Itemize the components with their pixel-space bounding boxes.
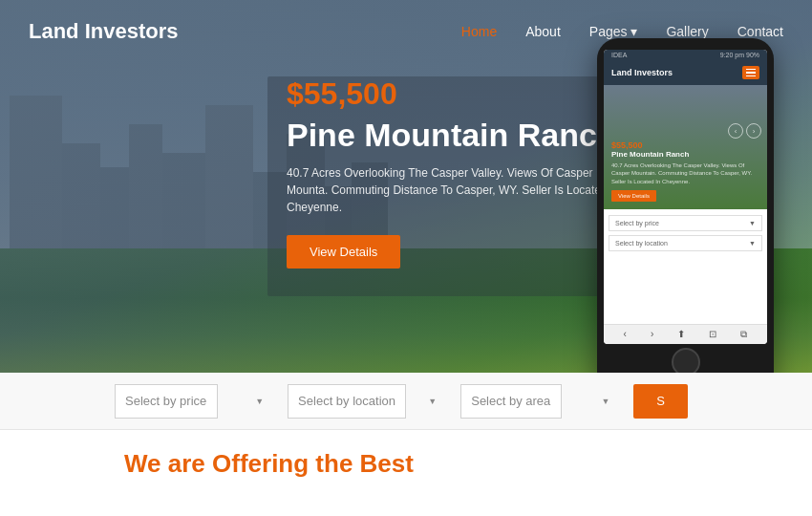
location-filter-select[interactable]: Select by location [288, 384, 406, 419]
phone-browser-bar: ‹ › ⬆ ⊡ ⧉ [604, 324, 767, 344]
phone-forward-icon[interactable]: › [651, 329, 653, 340]
bottom-heading: We are Offering the Best [124, 449, 688, 479]
nav-gallery[interactable]: Gallery [666, 24, 708, 39]
filter-search-button[interactable]: S [633, 384, 688, 419]
phone-nav-arrows: ‹ › [728, 123, 761, 139]
hero-title: Pine Mountain Ranch [287, 118, 630, 153]
hero-price: $55,500 [287, 76, 630, 112]
phone-prev-arrow[interactable]: ‹ [728, 123, 743, 139]
phone-menu-icon[interactable] [742, 66, 759, 79]
phone-select-price[interactable]: Select by price ▼ [609, 215, 762, 231]
phone-price: $55,500 [611, 140, 759, 150]
price-filter-wrap: Select by price [115, 384, 273, 419]
price-filter-select[interactable]: Select by price [115, 384, 218, 419]
phone-status-left: IDEA [611, 52, 627, 58]
phone-status-bar: IDEA 9:20 pm 90% [604, 50, 767, 60]
phone-select-location[interactable]: Select by location ▼ [609, 235, 762, 251]
area-filter-select[interactable]: Select by area [460, 384, 562, 419]
bottom-text-section: We are Offering the Best [0, 430, 812, 479]
phone-home-button[interactable] [672, 348, 700, 373]
phone-cta-button[interactable]: View Details [611, 190, 656, 202]
phone-title: Pine Mountain Ranch [611, 150, 759, 159]
nav-home[interactable]: Home [461, 24, 497, 39]
nav-about[interactable]: About [525, 24, 561, 39]
phone-tabs-icon[interactable]: ⧉ [740, 329, 747, 340]
filter-bar: Select by price Select by location Selec… [0, 373, 812, 430]
hero-description: 40.7 Acres Overlooking The Casper Valley… [287, 164, 630, 216]
hero-section: Land Investors Home About Pages ▾ Galler… [0, 0, 812, 373]
bottom-section: Select by price Select by location Selec… [0, 373, 812, 516]
phone-navbar: Land Investors [604, 60, 767, 85]
area-filter-wrap: Select by area [460, 384, 619, 419]
nav-links: Home About Pages ▾ Gallery Contact [461, 23, 783, 40]
hero-cta-button[interactable]: View Details [287, 235, 400, 269]
phone-hero: ‹ › $55,500 Pine Mountain Ranch 40.7 Acr… [604, 85, 767, 209]
nav-contact[interactable]: Contact [737, 24, 783, 39]
phone-mockup: IDEA 9:20 pm 90% Land Investors ‹ › $55,… [597, 38, 774, 373]
phone-back-icon[interactable]: ‹ [624, 329, 627, 340]
phone-filter-section: Select by price ▼ Select by location ▼ [604, 209, 767, 324]
phone-share-icon[interactable]: ⬆ [677, 329, 685, 340]
hero-content: $55,500 Pine Mountain Ranch 40.7 Acres O… [287, 76, 630, 269]
phone-description: 40.7 Acres Overlooking The Casper Valley… [611, 161, 759, 185]
site-logo: Land Investors [29, 19, 461, 44]
phone-brand: Land Investors [611, 68, 673, 77]
phone-status-right: 9:20 pm 90% [720, 52, 759, 58]
phone-next-arrow[interactable]: › [746, 123, 761, 139]
nav-pages[interactable]: Pages ▾ [589, 24, 638, 39]
phone-bookmark-icon[interactable]: ⊡ [709, 329, 716, 340]
phone-screen: IDEA 9:20 pm 90% Land Investors ‹ › $55,… [604, 50, 767, 344]
location-filter-wrap: Select by location [288, 384, 446, 419]
